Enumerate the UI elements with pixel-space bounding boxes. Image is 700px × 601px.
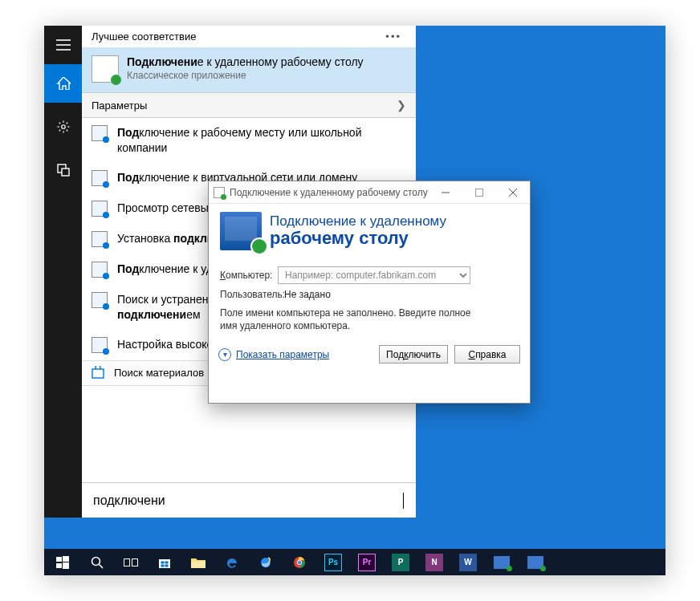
svg-rect-32 [191, 561, 206, 568]
search-task-button[interactable] [80, 549, 114, 575]
best-match-header: Лучшее соответствие ••• [82, 26, 416, 47]
close-button[interactable] [496, 181, 530, 204]
store-label: Поиск материалов [114, 367, 204, 379]
svg-rect-28 [161, 561, 165, 563]
settings-item-icon [92, 292, 108, 308]
start-button[interactable] [44, 549, 80, 575]
settings-item-icon [92, 170, 108, 186]
minimize-button[interactable] [429, 181, 462, 204]
onenote-icon[interactable]: N [417, 549, 451, 575]
text-cursor [403, 493, 404, 509]
rdp-title-icon [214, 187, 225, 198]
svg-rect-29 [165, 561, 169, 563]
edge-icon[interactable] [215, 549, 249, 575]
computer-label: Компьютер: [220, 270, 278, 281]
best-match-item[interactable]: Подключение к удаленному рабочему столу … [82, 47, 416, 92]
rdp-banner-line1: Подключение к удаленному [270, 213, 446, 229]
settings-item-icon [92, 337, 108, 353]
home-icon[interactable] [44, 64, 82, 103]
computer-combobox[interactable]: Например: computer.fabrikam.com [278, 266, 470, 284]
svg-line-8 [59, 123, 60, 124]
connect-button[interactable]: Подключить [379, 345, 448, 363]
photoshop-icon[interactable]: Ps [316, 549, 350, 575]
best-match-title: Подключение к удаленному рабочему столу [127, 55, 364, 68]
svg-rect-31 [165, 564, 169, 566]
task-view-button[interactable] [114, 549, 148, 575]
best-match-subtitle: Классическое приложение [127, 70, 364, 81]
start-menu-rail [44, 26, 82, 518]
svg-point-36 [298, 560, 301, 563]
help-button[interactable]: Справка [454, 345, 520, 363]
settings-item-icon [92, 201, 108, 217]
maximize-button[interactable] [462, 181, 496, 204]
result-item[interactable]: Подключение к рабочему месту или школьно… [82, 118, 416, 163]
svg-rect-20 [63, 556, 69, 562]
rdp-task-icon1[interactable] [485, 549, 519, 575]
settings-item-icon [92, 231, 108, 247]
show-options-label: Показать параметры [236, 349, 329, 360]
svg-rect-22 [63, 562, 69, 569]
svg-rect-27 [159, 559, 170, 568]
settings-item-icon [92, 125, 108, 141]
settings-item-icon [92, 262, 108, 278]
connect-icon[interactable] [44, 151, 82, 189]
svg-line-11 [66, 123, 67, 124]
svg-point-23 [92, 557, 100, 565]
rdp-dialog: Подключение к удаленному рабочему столу … [208, 181, 531, 404]
settings-category-label: Параметры [92, 99, 147, 112]
svg-line-24 [100, 564, 104, 568]
user-label: Пользователь: [220, 289, 278, 300]
svg-point-3 [61, 125, 65, 129]
rdp-task-icon2[interactable] [519, 549, 552, 575]
rdp-help-text: Поле имени компьютера не заполнено. Введ… [220, 307, 477, 332]
rdp-banner: Подключение к удаленному рабочему столу [209, 204, 530, 260]
more-icon[interactable]: ••• [385, 30, 406, 43]
show-options-link[interactable]: ▾ Показать параметры [218, 348, 329, 361]
svg-line-9 [66, 130, 67, 132]
svg-rect-13 [62, 169, 69, 176]
chevron-right-icon: ❯ [397, 99, 406, 112]
best-match-label: Лучшее соответствие [92, 30, 196, 43]
premiere-icon[interactable]: Pr [350, 549, 384, 575]
search-row[interactable] [82, 482, 416, 518]
settings-category-header[interactable]: Параметры ❯ [82, 92, 416, 118]
hamburger-icon[interactable] [44, 26, 82, 64]
svg-rect-19 [56, 557, 62, 562]
rdp-title-text: Подключение к удаленному рабочему столу [230, 187, 428, 198]
svg-rect-26 [132, 558, 138, 566]
rdp-app-icon [92, 55, 119, 83]
svg-rect-21 [56, 563, 62, 568]
user-value: Не задано [284, 289, 331, 300]
rdp-banner-line2: рабочему столу [270, 228, 446, 249]
result-text: Подключение к рабочему месту или школьно… [117, 125, 406, 156]
svg-line-10 [59, 130, 60, 132]
store-icon [92, 366, 106, 380]
svg-rect-25 [124, 558, 130, 566]
search-input[interactable] [93, 493, 405, 508]
rdp-banner-icon [220, 212, 262, 250]
word-icon[interactable]: W [451, 549, 485, 575]
rdp-titlebar[interactable]: Подключение к удаленному рабочему столу [209, 181, 530, 204]
ie-icon[interactable] [249, 549, 283, 575]
svg-rect-30 [161, 564, 165, 566]
store-app-icon[interactable] [148, 549, 181, 575]
taskbar: Ps Pr P N W [44, 549, 665, 575]
chevron-down-icon: ▾ [218, 348, 231, 361]
publisher-icon[interactable]: P [384, 549, 417, 575]
settings-gear-icon[interactable] [44, 108, 82, 146]
svg-rect-14 [92, 369, 104, 378]
explorer-icon[interactable] [181, 549, 215, 575]
svg-rect-16 [476, 189, 483, 196]
chrome-icon[interactable] [283, 549, 316, 575]
